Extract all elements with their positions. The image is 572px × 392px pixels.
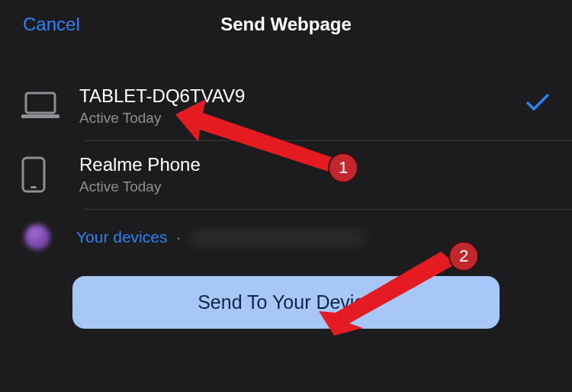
device-name: TABLET-DQ6TVAV9 <box>79 85 551 107</box>
footer-row: Your devices · <box>0 209 572 250</box>
separator: · <box>176 228 181 246</box>
cancel-button[interactable]: Cancel <box>23 14 80 35</box>
device-info: Realme Phone Active Today <box>75 154 551 195</box>
device-info: TABLET-DQ6TVAV9 Active Today <box>75 85 551 127</box>
laptop-icon <box>21 92 75 120</box>
device-row-phone[interactable]: Realme Phone Active Today <box>0 140 572 209</box>
device-status: Active Today <box>79 178 551 195</box>
device-list: TABLET-DQ6TVAV9 Active Today Realme Phon… <box>0 72 572 209</box>
your-devices-link[interactable]: Your devices · <box>76 228 365 246</box>
dialog-header: Cancel Send Webpage <box>0 0 572 49</box>
account-email-blurred <box>190 230 365 246</box>
device-row-tablet[interactable]: TABLET-DQ6TVAV9 Active Today <box>0 72 572 140</box>
avatar <box>24 224 50 250</box>
send-to-device-button[interactable]: Send To Your Device <box>72 276 500 329</box>
svg-rect-1 <box>21 114 59 118</box>
device-status: Active Today <box>79 110 551 127</box>
dialog-title: Send Webpage <box>220 14 352 35</box>
checkmark-icon <box>526 93 549 117</box>
svg-rect-0 <box>26 93 55 113</box>
svg-rect-3 <box>31 186 37 188</box>
phone-icon <box>21 156 75 193</box>
device-name: Realme Phone <box>79 154 551 175</box>
your-devices-label: Your devices <box>76 228 167 246</box>
